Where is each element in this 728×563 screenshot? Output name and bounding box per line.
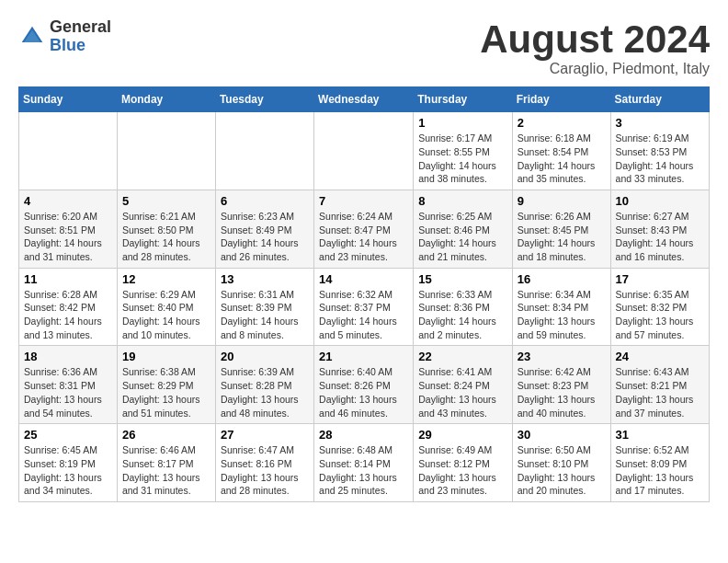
day-info: Sunrise: 6:18 AMSunset: 8:54 PMDaylight:…	[518, 132, 606, 186]
week-row-3: 11Sunrise: 6:28 AMSunset: 8:42 PMDayligh…	[19, 268, 710, 346]
day-number: 25	[24, 428, 112, 442]
day-number: 21	[319, 350, 408, 363]
day-cell: 20Sunrise: 6:39 AMSunset: 8:28 PMDayligh…	[215, 346, 313, 424]
day-cell: 19Sunrise: 6:38 AMSunset: 8:29 PMDayligh…	[117, 346, 215, 424]
day-number: 11	[24, 272, 112, 286]
day-cell: 6Sunrise: 6:23 AMSunset: 8:49 PMDaylight…	[215, 190, 313, 268]
day-cell: 21Sunrise: 6:40 AMSunset: 8:26 PMDayligh…	[314, 346, 414, 424]
day-cell: 4Sunrise: 6:20 AMSunset: 8:51 PMDaylight…	[19, 190, 118, 268]
day-info: Sunrise: 6:45 AMSunset: 8:19 PMDaylight:…	[24, 443, 112, 498]
day-number: 26	[122, 428, 210, 442]
logo-icon	[18, 23, 46, 51]
day-cell	[314, 112, 414, 190]
day-info: Sunrise: 6:41 AMSunset: 8:24 PMDaylight:…	[418, 365, 506, 419]
day-number: 15	[418, 272, 506, 286]
day-number: 4	[24, 194, 112, 208]
day-cell	[215, 112, 313, 190]
day-number: 9	[518, 194, 606, 208]
day-number: 2	[518, 116, 606, 130]
week-row-4: 18Sunrise: 6:36 AMSunset: 8:31 PMDayligh…	[19, 346, 710, 424]
day-info: Sunrise: 6:25 AMSunset: 8:46 PMDaylight:…	[418, 210, 506, 264]
day-info: Sunrise: 6:29 AMSunset: 8:40 PMDaylight:…	[122, 288, 210, 342]
day-info: Sunrise: 6:19 AMSunset: 8:53 PMDaylight:…	[616, 132, 704, 186]
day-cell: 24Sunrise: 6:43 AMSunset: 8:21 PMDayligh…	[610, 346, 709, 424]
day-cell: 5Sunrise: 6:21 AMSunset: 8:50 PMDaylight…	[117, 190, 215, 268]
title-block: August 2024 Caraglio, Piedmont, Italy	[480, 18, 710, 77]
day-cell: 2Sunrise: 6:18 AMSunset: 8:54 PMDaylight…	[512, 112, 610, 190]
header-cell-sunday: Sunday	[19, 87, 118, 112]
calendar-table: SundayMondayTuesdayWednesdayThursdayFrid…	[18, 86, 710, 502]
location-subtitle: Caraglio, Piedmont, Italy	[480, 61, 710, 77]
day-number: 6	[221, 194, 309, 208]
day-number: 10	[616, 194, 704, 208]
day-info: Sunrise: 6:26 AMSunset: 8:45 PMDaylight:…	[518, 210, 606, 264]
week-row-5: 25Sunrise: 6:45 AMSunset: 8:19 PMDayligh…	[19, 424, 710, 502]
month-title: August 2024	[480, 18, 710, 61]
day-number: 27	[221, 428, 309, 442]
day-cell: 17Sunrise: 6:35 AMSunset: 8:32 PMDayligh…	[610, 268, 709, 346]
day-cell: 25Sunrise: 6:45 AMSunset: 8:19 PMDayligh…	[19, 424, 118, 502]
day-number: 18	[24, 350, 112, 363]
day-cell: 13Sunrise: 6:31 AMSunset: 8:39 PMDayligh…	[215, 268, 313, 346]
day-cell: 27Sunrise: 6:47 AMSunset: 8:16 PMDayligh…	[215, 424, 313, 502]
day-info: Sunrise: 6:32 AMSunset: 8:37 PMDaylight:…	[319, 288, 408, 342]
day-cell: 23Sunrise: 6:42 AMSunset: 8:23 PMDayligh…	[512, 346, 610, 424]
logo-text: General Blue	[50, 18, 111, 55]
day-cell: 7Sunrise: 6:24 AMSunset: 8:47 PMDaylight…	[314, 190, 414, 268]
day-cell: 3Sunrise: 6:19 AMSunset: 8:53 PMDaylight…	[610, 112, 709, 190]
day-info: Sunrise: 6:43 AMSunset: 8:21 PMDaylight:…	[616, 365, 704, 419]
day-info: Sunrise: 6:33 AMSunset: 8:36 PMDaylight:…	[418, 288, 506, 342]
week-row-2: 4Sunrise: 6:20 AMSunset: 8:51 PMDaylight…	[19, 190, 710, 268]
header-cell-saturday: Saturday	[610, 87, 709, 112]
day-cell: 16Sunrise: 6:34 AMSunset: 8:34 PMDayligh…	[512, 268, 610, 346]
day-info: Sunrise: 6:20 AMSunset: 8:51 PMDaylight:…	[24, 210, 112, 264]
day-cell: 30Sunrise: 6:50 AMSunset: 8:10 PMDayligh…	[512, 424, 610, 502]
day-number: 12	[122, 272, 210, 286]
day-cell: 11Sunrise: 6:28 AMSunset: 8:42 PMDayligh…	[19, 268, 118, 346]
day-info: Sunrise: 6:36 AMSunset: 8:31 PMDaylight:…	[24, 365, 112, 419]
day-info: Sunrise: 6:24 AMSunset: 8:47 PMDaylight:…	[319, 210, 408, 264]
day-number: 19	[122, 350, 210, 363]
logo-blue-text: Blue	[50, 37, 111, 55]
header-cell-tuesday: Tuesday	[215, 87, 313, 112]
day-number: 7	[319, 194, 408, 208]
day-number: 5	[122, 194, 210, 208]
day-cell: 22Sunrise: 6:41 AMSunset: 8:24 PMDayligh…	[414, 346, 512, 424]
day-number: 24	[616, 350, 704, 363]
day-number: 3	[616, 116, 704, 130]
day-info: Sunrise: 6:34 AMSunset: 8:34 PMDaylight:…	[518, 288, 606, 342]
day-info: Sunrise: 6:46 AMSunset: 8:17 PMDaylight:…	[122, 443, 210, 498]
day-info: Sunrise: 6:42 AMSunset: 8:23 PMDaylight:…	[518, 365, 606, 419]
day-cell: 15Sunrise: 6:33 AMSunset: 8:36 PMDayligh…	[414, 268, 512, 346]
day-cell: 26Sunrise: 6:46 AMSunset: 8:17 PMDayligh…	[117, 424, 215, 502]
day-number: 8	[418, 194, 506, 208]
day-info: Sunrise: 6:21 AMSunset: 8:50 PMDaylight:…	[122, 210, 210, 264]
day-info: Sunrise: 6:27 AMSunset: 8:43 PMDaylight:…	[616, 210, 704, 264]
day-cell: 8Sunrise: 6:25 AMSunset: 8:46 PMDaylight…	[414, 190, 512, 268]
day-cell: 9Sunrise: 6:26 AMSunset: 8:45 PMDaylight…	[512, 190, 610, 268]
day-number: 23	[518, 350, 606, 363]
day-cell: 10Sunrise: 6:27 AMSunset: 8:43 PMDayligh…	[610, 190, 709, 268]
calendar-body: 1Sunrise: 6:17 AMSunset: 8:55 PMDaylight…	[19, 112, 710, 502]
day-cell: 14Sunrise: 6:32 AMSunset: 8:37 PMDayligh…	[314, 268, 414, 346]
day-number: 22	[418, 350, 506, 363]
day-cell: 31Sunrise: 6:52 AMSunset: 8:09 PMDayligh…	[610, 424, 709, 502]
day-cell: 18Sunrise: 6:36 AMSunset: 8:31 PMDayligh…	[19, 346, 118, 424]
day-info: Sunrise: 6:40 AMSunset: 8:26 PMDaylight:…	[319, 365, 408, 419]
day-cell: 28Sunrise: 6:48 AMSunset: 8:14 PMDayligh…	[314, 424, 414, 502]
day-info: Sunrise: 6:17 AMSunset: 8:55 PMDaylight:…	[418, 132, 506, 186]
day-info: Sunrise: 6:52 AMSunset: 8:09 PMDaylight:…	[616, 443, 704, 498]
day-number: 14	[319, 272, 408, 286]
day-info: Sunrise: 6:49 AMSunset: 8:12 PMDaylight:…	[418, 443, 506, 498]
day-number: 17	[616, 272, 704, 286]
day-cell: 29Sunrise: 6:49 AMSunset: 8:12 PMDayligh…	[414, 424, 512, 502]
day-info: Sunrise: 6:50 AMSunset: 8:10 PMDaylight:…	[518, 443, 606, 498]
day-number: 13	[221, 272, 309, 286]
day-cell	[117, 112, 215, 190]
day-info: Sunrise: 6:35 AMSunset: 8:32 PMDaylight:…	[616, 288, 704, 342]
day-info: Sunrise: 6:47 AMSunset: 8:16 PMDaylight:…	[221, 443, 309, 498]
day-info: Sunrise: 6:48 AMSunset: 8:14 PMDaylight:…	[319, 443, 408, 498]
week-row-1: 1Sunrise: 6:17 AMSunset: 8:55 PMDaylight…	[19, 112, 710, 190]
day-number: 16	[518, 272, 606, 286]
day-cell: 12Sunrise: 6:29 AMSunset: 8:40 PMDayligh…	[117, 268, 215, 346]
